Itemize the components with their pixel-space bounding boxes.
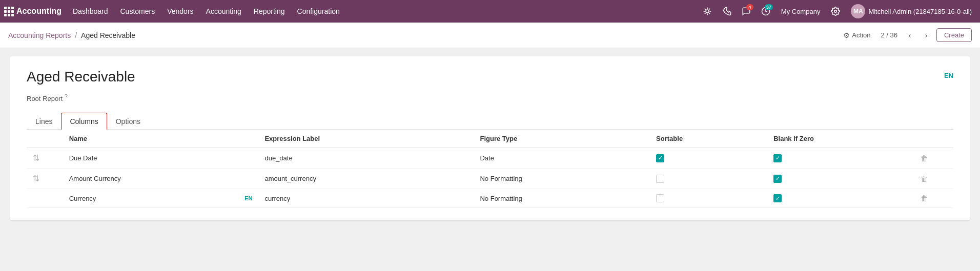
delete-row-button[interactable]: 🗑 bbox=[921, 194, 928, 202]
svg-point-0 bbox=[706, 10, 709, 13]
nav-configuration[interactable]: Configuration bbox=[292, 4, 345, 18]
tab-bar: Lines Columns Options bbox=[27, 113, 953, 130]
row-figure-cell: No Formatting bbox=[474, 189, 650, 208]
action-button[interactable]: ⚙ Action bbox=[839, 29, 874, 41]
create-button[interactable]: Create bbox=[936, 28, 972, 42]
row-figure-value: No Formatting bbox=[480, 195, 522, 202]
next-page-button[interactable]: › bbox=[920, 29, 932, 41]
drag-icon[interactable]: ⇅ bbox=[33, 174, 39, 183]
row-expression-value: due_date bbox=[264, 154, 292, 162]
row-figure-cell: Date bbox=[474, 148, 650, 169]
row-expression-value: currency bbox=[264, 195, 290, 202]
tab-columns[interactable]: Columns bbox=[61, 113, 107, 130]
company-selector[interactable]: My Company bbox=[777, 8, 825, 15]
table-row: EN currency No Formatting bbox=[27, 189, 953, 208]
blank-if-zero-checkbox[interactable] bbox=[773, 194, 782, 202]
phone-icon-btn[interactable] bbox=[719, 3, 735, 19]
language-badge[interactable]: EN bbox=[944, 72, 953, 79]
row-delete-cell[interactable]: 🗑 bbox=[914, 169, 953, 189]
col-header-actions bbox=[914, 130, 953, 148]
row-sortable-cell[interactable] bbox=[650, 148, 767, 169]
root-report-label: Root Report ? bbox=[27, 95, 68, 102]
row-drag-handle[interactable]: ⇅ bbox=[27, 148, 63, 169]
chat-badge: 4 bbox=[746, 4, 753, 10]
record-title: Aged Receivable bbox=[27, 69, 944, 85]
tooltip-icon[interactable]: ? bbox=[65, 93, 68, 99]
table-row: ⇅ Amount Currency amount_currency No For… bbox=[27, 169, 953, 189]
row-sortable-cell[interactable] bbox=[650, 169, 767, 189]
sortable-checkbox[interactable] bbox=[656, 194, 664, 202]
nav-customers[interactable]: Customers bbox=[115, 4, 160, 18]
col-header-drag bbox=[27, 130, 63, 148]
record-title-row: Aged Receivable EN bbox=[27, 69, 953, 85]
row-expression-value: amount_currency bbox=[264, 175, 316, 182]
tab-options[interactable]: Options bbox=[107, 113, 149, 130]
user-menu[interactable]: MA Mitchell Admin (21847185-16-0-all) bbox=[847, 2, 976, 20]
pagination-info: 2 / 36 bbox=[881, 31, 897, 39]
col-header-expression: Expression Label bbox=[258, 130, 474, 148]
row-figure-cell: No Formatting bbox=[474, 169, 650, 189]
row-name-cell: Amount Currency bbox=[63, 169, 259, 189]
row-expression-cell: currency bbox=[258, 189, 474, 208]
drag-icon[interactable]: ⇅ bbox=[33, 154, 39, 162]
breadcrumb-separator: / bbox=[75, 31, 77, 39]
row-delete-cell[interactable]: 🗑 bbox=[914, 148, 953, 169]
breadcrumb-current: Aged Receivable bbox=[81, 31, 135, 39]
sortable-checkbox[interactable] bbox=[656, 175, 664, 183]
col-header-blank-if-zero: Blank if Zero bbox=[767, 130, 914, 148]
bug-icon-btn[interactable] bbox=[699, 3, 716, 19]
row-expression-cell: amount_currency bbox=[258, 169, 474, 189]
action-gear-icon: ⚙ bbox=[843, 31, 850, 39]
row-name-input[interactable] bbox=[69, 195, 243, 202]
action-label: Action bbox=[852, 31, 870, 39]
name-input-group: EN bbox=[69, 195, 253, 202]
record-card: Aged Receivable EN Root Report ? Lines C… bbox=[10, 56, 970, 220]
columns-table: Name Expression Label Figure Type Sortab… bbox=[27, 130, 953, 208]
row-delete-cell[interactable]: 🗑 bbox=[914, 189, 953, 208]
row-drag-handle[interactable]: ⇅ bbox=[27, 169, 63, 189]
breadcrumb-parent[interactable]: Accounting Reports bbox=[8, 31, 71, 39]
root-report-row: Root Report ? bbox=[27, 93, 953, 102]
nav-accounting[interactable]: Accounting bbox=[201, 4, 247, 18]
nav-icons-group: 4 37 My Company MA Mitchell Admin (21847… bbox=[699, 2, 976, 20]
app-logo[interactable]: Accounting bbox=[4, 7, 62, 16]
table-row: ⇅ Due Date due_date Date bbox=[27, 148, 953, 169]
grid-icon bbox=[4, 7, 13, 16]
col-header-figure-type: Figure Type bbox=[474, 130, 650, 148]
top-navigation: Accounting Dashboard Customers Vendors A… bbox=[0, 0, 980, 23]
activity-icon-btn[interactable]: 37 bbox=[758, 3, 774, 19]
row-sortable-cell[interactable] bbox=[650, 189, 767, 208]
row-figure-value: Date bbox=[480, 154, 494, 162]
chat-icon-btn[interactable]: 4 bbox=[738, 3, 754, 19]
user-name: Mitchell Admin (21847185-16-0-all) bbox=[868, 8, 972, 15]
row-name-value: Amount Currency bbox=[69, 175, 121, 182]
nav-reporting[interactable]: Reporting bbox=[249, 4, 290, 18]
row-blank-cell[interactable] bbox=[767, 189, 914, 208]
settings-icon-btn[interactable] bbox=[827, 3, 844, 19]
blank-if-zero-checkbox[interactable] bbox=[773, 154, 782, 162]
row-name-cell-editing[interactable]: EN bbox=[63, 189, 259, 208]
sortable-checkbox[interactable] bbox=[656, 154, 664, 162]
delete-row-button[interactable]: 🗑 bbox=[921, 175, 928, 183]
app-name: Accounting bbox=[16, 7, 62, 16]
main-content: Aged Receivable EN Root Report ? Lines C… bbox=[0, 48, 980, 271]
user-avatar: MA bbox=[851, 4, 865, 18]
activity-badge: 37 bbox=[765, 4, 773, 10]
row-name-value: Due Date bbox=[69, 154, 97, 162]
row-expression-cell: due_date bbox=[258, 148, 474, 169]
pagination-text: 2 / 36 bbox=[881, 31, 897, 39]
tab-lines[interactable]: Lines bbox=[27, 113, 61, 130]
prev-page-button[interactable]: ‹ bbox=[904, 29, 916, 41]
row-blank-cell[interactable] bbox=[767, 148, 914, 169]
col-header-name: Name bbox=[63, 130, 259, 148]
nav-vendors[interactable]: Vendors bbox=[162, 4, 198, 18]
row-blank-cell[interactable] bbox=[767, 169, 914, 189]
field-lang-tag[interactable]: EN bbox=[244, 195, 252, 201]
nav-dashboard[interactable]: Dashboard bbox=[68, 4, 113, 18]
svg-point-2 bbox=[834, 10, 837, 13]
row-drag-handle bbox=[27, 189, 63, 208]
blank-if-zero-checkbox[interactable] bbox=[773, 175, 782, 183]
col-header-sortable: Sortable bbox=[650, 130, 767, 148]
delete-row-button[interactable]: 🗑 bbox=[921, 154, 928, 162]
row-name-cell: Due Date bbox=[63, 148, 259, 169]
